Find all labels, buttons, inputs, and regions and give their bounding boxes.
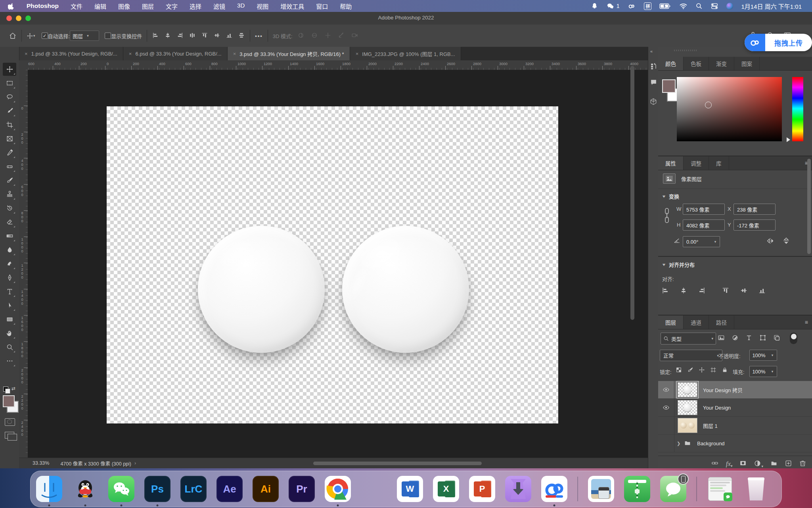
lock-all-icon[interactable] xyxy=(722,367,728,374)
menu-文件[interactable]: 文件 xyxy=(71,2,82,10)
menu-选择[interactable]: 选择 xyxy=(190,2,201,10)
rotation-input[interactable]: 0.00° xyxy=(683,236,714,247)
align-bottom-icon[interactable] xyxy=(226,32,233,40)
layer-effects-icon[interactable]: fx▾ xyxy=(726,460,733,468)
show-transform-checkbox[interactable] xyxy=(105,33,111,39)
history-brush-tool[interactable] xyxy=(3,202,16,215)
flip-vertical-icon[interactable] xyxy=(782,237,791,246)
status-chevron[interactable]: › xyxy=(134,460,136,466)
ruler-corner[interactable] xyxy=(19,60,28,70)
dock-item-qq[interactable] xyxy=(72,476,98,502)
tab-close-icon[interactable]: × xyxy=(25,51,28,57)
document-tab-3[interactable]: ×3.psd @ 33.3% (Your Design 拷贝, RGB/16) … xyxy=(228,47,350,60)
menu-编辑[interactable]: 编辑 xyxy=(94,2,106,10)
filter-shape-icon[interactable] xyxy=(759,334,766,343)
swap-colors-icon[interactable]: ⇄ xyxy=(11,386,15,391)
marquee-tool[interactable] xyxy=(3,77,16,90)
dock-item-final-cut-pro[interactable] xyxy=(361,476,387,502)
screen-mode-button[interactable] xyxy=(5,432,14,439)
fill-value[interactable]: 100% xyxy=(749,366,768,377)
dock-item-excel[interactable]: X xyxy=(433,476,459,502)
layer-row-Your Design 拷贝[interactable]: Your Design 拷贝 xyxy=(658,381,812,399)
layer-row-Your Design[interactable]: Your Design xyxy=(658,399,812,417)
layer-visibility-eye-icon[interactable] xyxy=(658,381,674,398)
filter-adjustment-icon[interactable] xyxy=(732,334,739,343)
canvas-horizontal-scrollbar[interactable] xyxy=(313,462,482,465)
dock-item-powerpoint[interactable]: P xyxy=(469,476,495,502)
color-field-marker[interactable] xyxy=(705,102,712,108)
rotation-dropdown-chevron[interactable]: ▾ xyxy=(711,236,720,247)
new-group-icon[interactable] xyxy=(770,460,778,468)
layers-tab-通道[interactable]: 通道 xyxy=(684,316,709,329)
fill-chevron[interactable]: ▾ xyxy=(768,366,777,377)
auto-select-checkbox[interactable]: ✓ xyxy=(42,33,48,39)
history-panel-icon[interactable] xyxy=(649,63,657,70)
current-tool-icon[interactable] xyxy=(27,33,33,39)
align-h-center-icon[interactable] xyxy=(164,32,171,40)
menubar-app-name[interactable]: Photoshop xyxy=(27,2,59,10)
align-left-icon[interactable] xyxy=(152,32,159,40)
eyedropper-tool[interactable] xyxy=(3,146,16,159)
layer-name[interactable]: Background xyxy=(697,441,724,446)
dock-item-word[interactable]: W xyxy=(397,476,423,502)
auto-select-dropdown[interactable]: 图层▾ xyxy=(70,31,99,41)
document-tab-1[interactable]: ×1.psd @ 33.3% (Your Design, RGB/... xyxy=(19,47,123,60)
control-center-icon[interactable] xyxy=(710,2,718,10)
menu-图层[interactable]: 图层 xyxy=(142,2,154,10)
menu-帮助[interactable]: 帮助 xyxy=(340,2,352,10)
gradient-tool[interactable] xyxy=(3,229,16,242)
filter-type-icon[interactable] xyxy=(745,334,753,343)
delete-layer-icon[interactable] xyxy=(799,460,806,468)
type-tool[interactable] xyxy=(3,285,16,298)
healing-tool[interactable] xyxy=(3,160,16,173)
color-tab-渐变[interactable]: 渐变 xyxy=(709,57,734,70)
tab-close-icon[interactable]: × xyxy=(356,51,359,57)
home-button[interactable] xyxy=(9,32,17,40)
layer-visibility-empty[interactable] xyxy=(658,417,674,434)
document-canvas[interactable] xyxy=(107,106,558,423)
layer-thumbnail[interactable] xyxy=(678,382,697,397)
crop-tool[interactable] xyxy=(3,118,16,131)
layers-panel-menu-icon[interactable]: ≡ xyxy=(805,316,812,329)
color-tab-图案[interactable]: 图案 xyxy=(734,57,760,70)
3d-panel-icon[interactable] xyxy=(649,98,657,106)
path-select-tool[interactable] xyxy=(3,299,16,312)
lock-pixels-icon[interactable] xyxy=(687,367,693,374)
tool-preset-chevron[interactable]: ▾ xyxy=(33,34,35,38)
dock-item-lightroom-classic[interactable]: LrC xyxy=(180,476,207,502)
hand-tool[interactable] xyxy=(3,327,16,340)
vertical-ruler[interactable]: 0200400600800100012001400160018002000220… xyxy=(19,70,28,458)
clone-stamp-tool[interactable] xyxy=(3,188,16,201)
align-h-center-icon[interactable] xyxy=(678,285,689,296)
add-mask-icon[interactable] xyxy=(739,460,747,468)
document-info[interactable]: 4700 像素 x 3300 像素 (300 ppi) xyxy=(60,460,131,467)
dock-item-preview[interactable] xyxy=(588,476,614,502)
dock-item-photoshop[interactable]: Ps xyxy=(144,476,170,502)
distribute-v-icon[interactable] xyxy=(238,32,245,40)
layer-thumbnail[interactable] xyxy=(678,400,697,415)
menu-文字[interactable]: 文字 xyxy=(166,2,178,10)
opacity-chevron[interactable]: ▾ xyxy=(768,350,777,361)
zoom-level[interactable]: 33.33% xyxy=(33,460,49,466)
menu-滤镜[interactable]: 滤镜 xyxy=(213,2,225,10)
panel-foreground-swatch[interactable] xyxy=(662,79,676,93)
align-right-icon[interactable] xyxy=(697,285,707,296)
foreground-color-swatch[interactable] xyxy=(3,395,15,407)
align-v-center-icon[interactable] xyxy=(213,32,220,40)
new-layer-icon[interactable] xyxy=(785,460,792,468)
horizontal-ruler[interactable]: 6004002000200400600800100012001400160018… xyxy=(28,60,648,70)
frame-tool[interactable] xyxy=(3,132,16,145)
color-field[interactable] xyxy=(677,77,782,141)
quick-select-tool[interactable] xyxy=(3,104,16,117)
layer-thumbnail[interactable] xyxy=(678,418,697,433)
dock-item-baidu-netdisk[interactable] xyxy=(541,476,567,502)
more-options-icon[interactable]: ••• xyxy=(255,33,263,39)
filter-smart-object-icon[interactable] xyxy=(773,334,780,343)
align-top-icon[interactable] xyxy=(720,285,731,296)
document-tab-2[interactable]: ×6.psd @ 33.3% (Your Design, RGB/... xyxy=(123,47,228,60)
layers-tab-图层[interactable]: 图层 xyxy=(658,316,684,329)
comments-panel-icon[interactable] xyxy=(649,79,657,86)
brush-tool[interactable] xyxy=(3,174,16,187)
group-disclosure-chevron[interactable]: ❯ xyxy=(677,441,680,446)
dock-item-after-effects[interactable]: Ae xyxy=(216,476,243,502)
